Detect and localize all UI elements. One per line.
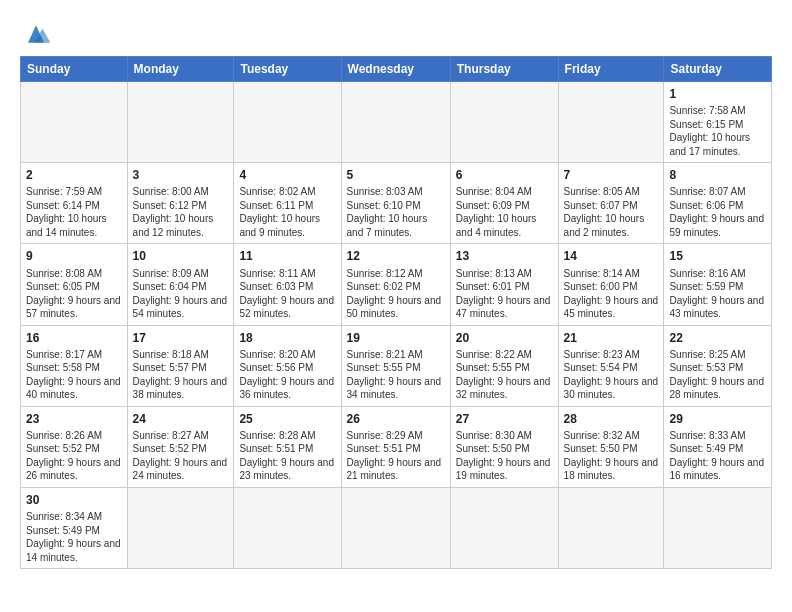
cell-info-text: Sunrise: 8:28 AM Sunset: 5:51 PM Dayligh… (239, 429, 335, 483)
cell-info-text: Sunrise: 8:00 AM Sunset: 6:12 PM Dayligh… (133, 185, 229, 239)
calendar-cell: 10Sunrise: 8:09 AM Sunset: 6:04 PM Dayli… (127, 244, 234, 325)
calendar-cell (21, 82, 128, 163)
cell-day-number: 1 (669, 86, 766, 102)
week-row-4: 16Sunrise: 8:17 AM Sunset: 5:58 PM Dayli… (21, 325, 772, 406)
cell-info-text: Sunrise: 8:05 AM Sunset: 6:07 PM Dayligh… (564, 185, 659, 239)
cell-info-text: Sunrise: 8:33 AM Sunset: 5:49 PM Dayligh… (669, 429, 766, 483)
calendar-cell: 11Sunrise: 8:11 AM Sunset: 6:03 PM Dayli… (234, 244, 341, 325)
cell-day-number: 24 (133, 411, 229, 427)
cell-info-text: Sunrise: 8:22 AM Sunset: 5:55 PM Dayligh… (456, 348, 553, 402)
cell-day-number: 30 (26, 492, 122, 508)
cell-day-number: 5 (347, 167, 445, 183)
weekday-friday: Friday (558, 57, 664, 82)
calendar-cell (558, 82, 664, 163)
cell-info-text: Sunrise: 8:03 AM Sunset: 6:10 PM Dayligh… (347, 185, 445, 239)
general-blue-logo-icon (20, 20, 52, 48)
cell-day-number: 13 (456, 248, 553, 264)
cell-day-number: 23 (26, 411, 122, 427)
cell-info-text: Sunrise: 8:26 AM Sunset: 5:52 PM Dayligh… (26, 429, 122, 483)
calendar-cell: 14Sunrise: 8:14 AM Sunset: 6:00 PM Dayli… (558, 244, 664, 325)
cell-info-text: Sunrise: 8:29 AM Sunset: 5:51 PM Dayligh… (347, 429, 445, 483)
calendar-cell: 20Sunrise: 8:22 AM Sunset: 5:55 PM Dayli… (450, 325, 558, 406)
calendar-cell (234, 487, 341, 568)
cell-info-text: Sunrise: 8:04 AM Sunset: 6:09 PM Dayligh… (456, 185, 553, 239)
cell-info-text: Sunrise: 8:07 AM Sunset: 6:06 PM Dayligh… (669, 185, 766, 239)
calendar-cell (341, 82, 450, 163)
cell-day-number: 6 (456, 167, 553, 183)
week-row-1: 1Sunrise: 7:58 AM Sunset: 6:15 PM Daylig… (21, 82, 772, 163)
calendar-cell: 6Sunrise: 8:04 AM Sunset: 6:09 PM Daylig… (450, 163, 558, 244)
calendar-cell: 26Sunrise: 8:29 AM Sunset: 5:51 PM Dayli… (341, 406, 450, 487)
cell-day-number: 17 (133, 330, 229, 346)
calendar-cell: 18Sunrise: 8:20 AM Sunset: 5:56 PM Dayli… (234, 325, 341, 406)
cell-day-number: 27 (456, 411, 553, 427)
cell-day-number: 9 (26, 248, 122, 264)
cell-day-number: 16 (26, 330, 122, 346)
cell-info-text: Sunrise: 8:08 AM Sunset: 6:05 PM Dayligh… (26, 267, 122, 321)
cell-info-text: Sunrise: 8:02 AM Sunset: 6:11 PM Dayligh… (239, 185, 335, 239)
calendar-cell (341, 487, 450, 568)
weekday-saturday: Saturday (664, 57, 772, 82)
calendar-cell: 9Sunrise: 8:08 AM Sunset: 6:05 PM Daylig… (21, 244, 128, 325)
cell-day-number: 19 (347, 330, 445, 346)
cell-day-number: 28 (564, 411, 659, 427)
cell-info-text: Sunrise: 8:13 AM Sunset: 6:01 PM Dayligh… (456, 267, 553, 321)
calendar-cell: 7Sunrise: 8:05 AM Sunset: 6:07 PM Daylig… (558, 163, 664, 244)
cell-day-number: 22 (669, 330, 766, 346)
page: SundayMondayTuesdayWednesdayThursdayFrid… (0, 0, 792, 579)
cell-day-number: 26 (347, 411, 445, 427)
weekday-wednesday: Wednesday (341, 57, 450, 82)
cell-day-number: 7 (564, 167, 659, 183)
cell-day-number: 11 (239, 248, 335, 264)
cell-info-text: Sunrise: 7:59 AM Sunset: 6:14 PM Dayligh… (26, 185, 122, 239)
weekday-sunday: Sunday (21, 57, 128, 82)
cell-info-text: Sunrise: 8:23 AM Sunset: 5:54 PM Dayligh… (564, 348, 659, 402)
cell-day-number: 18 (239, 330, 335, 346)
cell-info-text: Sunrise: 8:30 AM Sunset: 5:50 PM Dayligh… (456, 429, 553, 483)
calendar-cell: 5Sunrise: 8:03 AM Sunset: 6:10 PM Daylig… (341, 163, 450, 244)
calendar-cell: 1Sunrise: 7:58 AM Sunset: 6:15 PM Daylig… (664, 82, 772, 163)
cell-info-text: Sunrise: 8:14 AM Sunset: 6:00 PM Dayligh… (564, 267, 659, 321)
calendar-cell (127, 487, 234, 568)
cell-info-text: Sunrise: 8:18 AM Sunset: 5:57 PM Dayligh… (133, 348, 229, 402)
header (20, 16, 772, 48)
cell-info-text: Sunrise: 8:17 AM Sunset: 5:58 PM Dayligh… (26, 348, 122, 402)
cell-day-number: 10 (133, 248, 229, 264)
weekday-monday: Monday (127, 57, 234, 82)
calendar-cell (450, 487, 558, 568)
calendar-cell: 2Sunrise: 7:59 AM Sunset: 6:14 PM Daylig… (21, 163, 128, 244)
week-row-6: 30Sunrise: 8:34 AM Sunset: 5:49 PM Dayli… (21, 487, 772, 568)
cell-day-number: 15 (669, 248, 766, 264)
cell-info-text: Sunrise: 8:34 AM Sunset: 5:49 PM Dayligh… (26, 510, 122, 564)
cell-day-number: 20 (456, 330, 553, 346)
cell-info-text: Sunrise: 8:12 AM Sunset: 6:02 PM Dayligh… (347, 267, 445, 321)
calendar-cell (450, 82, 558, 163)
cell-info-text: Sunrise: 8:21 AM Sunset: 5:55 PM Dayligh… (347, 348, 445, 402)
calendar-cell: 28Sunrise: 8:32 AM Sunset: 5:50 PM Dayli… (558, 406, 664, 487)
calendar-cell: 19Sunrise: 8:21 AM Sunset: 5:55 PM Dayli… (341, 325, 450, 406)
cell-info-text: Sunrise: 8:32 AM Sunset: 5:50 PM Dayligh… (564, 429, 659, 483)
cell-info-text: Sunrise: 8:16 AM Sunset: 5:59 PM Dayligh… (669, 267, 766, 321)
calendar-cell: 27Sunrise: 8:30 AM Sunset: 5:50 PM Dayli… (450, 406, 558, 487)
calendar-cell: 24Sunrise: 8:27 AM Sunset: 5:52 PM Dayli… (127, 406, 234, 487)
calendar-cell: 13Sunrise: 8:13 AM Sunset: 6:01 PM Dayli… (450, 244, 558, 325)
cell-day-number: 29 (669, 411, 766, 427)
calendar-cell (127, 82, 234, 163)
calendar-cell: 16Sunrise: 8:17 AM Sunset: 5:58 PM Dayli… (21, 325, 128, 406)
calendar-table: SundayMondayTuesdayWednesdayThursdayFrid… (20, 56, 772, 569)
weekday-tuesday: Tuesday (234, 57, 341, 82)
calendar-cell: 25Sunrise: 8:28 AM Sunset: 5:51 PM Dayli… (234, 406, 341, 487)
week-row-2: 2Sunrise: 7:59 AM Sunset: 6:14 PM Daylig… (21, 163, 772, 244)
cell-info-text: Sunrise: 8:25 AM Sunset: 5:53 PM Dayligh… (669, 348, 766, 402)
week-row-3: 9Sunrise: 8:08 AM Sunset: 6:05 PM Daylig… (21, 244, 772, 325)
week-row-5: 23Sunrise: 8:26 AM Sunset: 5:52 PM Dayli… (21, 406, 772, 487)
calendar-cell: 12Sunrise: 8:12 AM Sunset: 6:02 PM Dayli… (341, 244, 450, 325)
calendar-cell (664, 487, 772, 568)
cell-info-text: Sunrise: 8:27 AM Sunset: 5:52 PM Dayligh… (133, 429, 229, 483)
cell-day-number: 14 (564, 248, 659, 264)
calendar-cell: 8Sunrise: 8:07 AM Sunset: 6:06 PM Daylig… (664, 163, 772, 244)
calendar-cell: 23Sunrise: 8:26 AM Sunset: 5:52 PM Dayli… (21, 406, 128, 487)
calendar-cell: 15Sunrise: 8:16 AM Sunset: 5:59 PM Dayli… (664, 244, 772, 325)
weekday-thursday: Thursday (450, 57, 558, 82)
cell-day-number: 25 (239, 411, 335, 427)
